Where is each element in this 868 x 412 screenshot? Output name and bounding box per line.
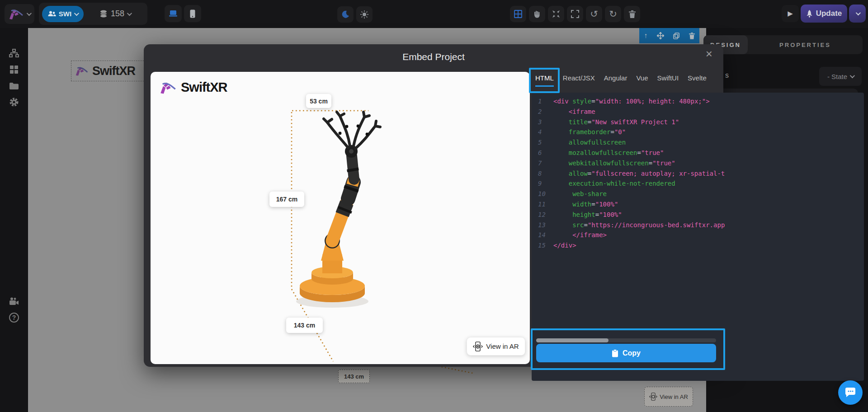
- code-line: 1<div style="width: 100%; height: 480px;…: [538, 96, 864, 107]
- mobile-preview-button[interactable]: [184, 5, 201, 22]
- tab-svelte[interactable]: Svelte: [688, 74, 707, 87]
- canvas-brand-text: SwiftXR: [92, 64, 135, 78]
- credits-count: 158: [111, 9, 124, 19]
- code-line: 2 <iframe: [538, 107, 864, 117]
- pan-button[interactable]: [529, 6, 545, 22]
- chat-support-button[interactable]: [838, 380, 863, 405]
- swiftxr-logo-icon: [9, 8, 24, 20]
- delete-button[interactable]: [624, 6, 640, 22]
- app-logo-menu[interactable]: [5, 4, 34, 24]
- chevron-down-icon: [27, 11, 32, 16]
- update-menu-button[interactable]: [849, 5, 866, 23]
- robot-arm-model[interactable]: [289, 106, 389, 312]
- code-line: 7 webkitallowfullscreen="true": [538, 158, 864, 169]
- grid-snap-button[interactable]: [510, 6, 526, 22]
- dimension-label-top: 53 cm: [306, 94, 331, 108]
- panel-label-fragment: s: [725, 71, 729, 80]
- code-language-tabs: HTML React/JSX Angular Vue SwiftUI Svelt…: [535, 74, 707, 87]
- tab-vue[interactable]: Vue: [636, 74, 648, 87]
- copy-area-highlight: [531, 328, 725, 370]
- help-button[interactable]: ?: [9, 313, 19, 323]
- delete-selection-button[interactable]: [689, 33, 695, 39]
- rocket-icon: [806, 10, 813, 18]
- hierarchy-icon: [9, 49, 19, 58]
- folder-icon: [9, 82, 19, 90]
- code-line: 14 </iframe>: [538, 230, 864, 240]
- dimension-label-bottom: 143 cm: [286, 318, 323, 333]
- update-label: Update: [816, 9, 842, 18]
- center-view-button[interactable]: [548, 6, 564, 22]
- canvas-dimension-label[interactable]: 143 cm: [338, 370, 370, 383]
- close-button[interactable]: ×: [706, 48, 712, 60]
- chevron-down-icon: [850, 73, 855, 78]
- undo-button[interactable]: ↺: [586, 6, 602, 22]
- workspace-group: SWI 158: [39, 3, 147, 25]
- video-camera-icon: [9, 297, 19, 305]
- trash-icon: [629, 10, 636, 18]
- desktop-preview-button[interactable]: [165, 5, 182, 22]
- redo-button[interactable]: ↻: [605, 6, 621, 22]
- left-sidebar: ?: [0, 28, 28, 412]
- swiftxr-logo-icon: [75, 66, 89, 76]
- code-line: 5 allowfullscreen: [538, 137, 864, 148]
- hand-icon: [533, 10, 541, 18]
- tab-properties[interactable]: PROPERTIES: [748, 42, 863, 48]
- html-tab-highlight: [529, 68, 560, 93]
- redo-icon: ↻: [609, 9, 617, 19]
- gear-icon: [9, 97, 19, 107]
- close-icon: ×: [706, 47, 712, 61]
- chevron-down-icon: [74, 10, 79, 15]
- ar-phone-icon: [473, 342, 483, 351]
- workspace-label: SWI: [59, 10, 71, 18]
- code-line: 11 width="100%": [538, 199, 864, 210]
- arrow-up-icon: ↑: [644, 32, 647, 39]
- sun-icon: [360, 10, 368, 19]
- grid-icon: [514, 10, 522, 18]
- credits-button[interactable]: 158: [99, 9, 131, 19]
- move-up-button[interactable]: ↑: [644, 32, 647, 40]
- components-button[interactable]: [8, 64, 20, 75]
- tab-angular[interactable]: Angular: [604, 74, 627, 87]
- phone-icon: [190, 9, 195, 18]
- chat-icon: [844, 387, 856, 398]
- code-line: 3 title="New swiftXR Project 1": [538, 117, 864, 127]
- fullscreen-brackets-icon: [571, 10, 579, 18]
- duplicate-button[interactable]: [673, 33, 679, 39]
- code-line: 6 mozallowfullscreen="true": [538, 148, 864, 158]
- moon-icon: [341, 10, 349, 19]
- light-mode-button[interactable]: [356, 6, 373, 23]
- state-dropdown[interactable]: - State: [819, 67, 862, 86]
- tab-react-jsx[interactable]: React/JSX: [563, 74, 595, 87]
- update-button[interactable]: Update: [801, 5, 847, 23]
- chevron-down-icon: [127, 10, 132, 15]
- blocks-grid-icon: [9, 65, 19, 74]
- code-line: 15</div>: [538, 240, 864, 251]
- dark-mode-button[interactable]: [337, 6, 354, 23]
- canvas-view-in-ar-button[interactable]: View in AR: [644, 387, 693, 407]
- preview-play-button[interactable]: ▶: [782, 5, 799, 22]
- code-line: 8 allow="fullscreen; autoplay; xr-spatia…: [538, 169, 864, 179]
- recorder-button[interactable]: [8, 295, 20, 307]
- view-in-ar-button[interactable]: View in AR: [467, 337, 525, 356]
- code-line: 13 src="https://incongruous-bed.swiftxr.…: [538, 220, 864, 230]
- coins-icon: [99, 10, 108, 18]
- chevron-down-icon: [855, 10, 860, 15]
- move-button[interactable]: [657, 32, 664, 39]
- settings-button[interactable]: [8, 96, 20, 108]
- ar-phone-icon: [649, 393, 657, 401]
- workspace-button[interactable]: SWI: [42, 6, 84, 22]
- swiftxr-editor: { "topbar": { "workspace": { "label": "S…: [0, 0, 868, 412]
- tab-swiftui[interactable]: SwiftUI: [657, 74, 679, 87]
- modal-title: Embed Project: [144, 52, 723, 62]
- embed-project-modal: Embed Project × SwiftXR: [144, 44, 723, 367]
- fullscreen-button[interactable]: [567, 6, 583, 22]
- dimension-text: 143 cm: [344, 373, 364, 380]
- hierarchy-button[interactable]: [8, 47, 20, 59]
- project-preview-panel: SwiftXR: [151, 72, 530, 364]
- selection-toolbar: ↑: [639, 28, 699, 43]
- users-icon: [48, 11, 56, 17]
- dimension-label-left: 167 cm: [269, 192, 304, 207]
- assets-button[interactable]: [8, 80, 20, 92]
- collapse-arrows-icon: [552, 10, 560, 18]
- top-toolbar: SWI 158: [0, 0, 868, 28]
